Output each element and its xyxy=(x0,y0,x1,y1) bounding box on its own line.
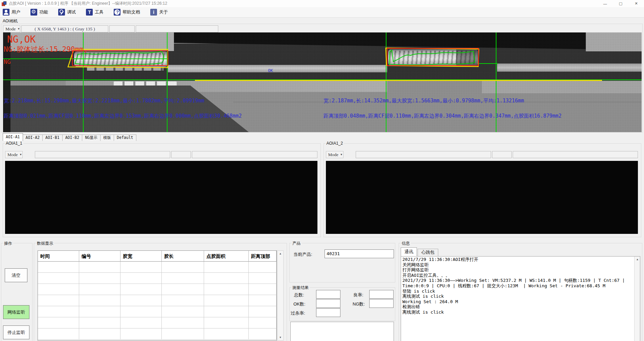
overkill-label: 过杀率: xyxy=(291,310,305,316)
table-cell[interactable] xyxy=(204,328,249,340)
table-cell[interactable] xyxy=(79,328,120,340)
table-cell[interactable] xyxy=(162,317,204,328)
log-line: Working Set : 264.0 M xyxy=(402,299,633,305)
table-row xyxy=(38,262,276,273)
table-cell[interactable] xyxy=(120,284,162,295)
sub-panel-row: AOIA1_1 Mode ▼ AOIA1_2 Mode xyxy=(3,143,641,237)
stop-listen-button[interactable]: 停止监听 xyxy=(3,325,29,339)
clear-button[interactable]: 清空 xyxy=(5,268,27,282)
app-icon xyxy=(2,1,6,6)
table-header-cell[interactable]: 胶长 xyxy=(162,251,204,262)
table-header-cell[interactable]: 距离顶部 xyxy=(249,251,276,262)
table-cell[interactable] xyxy=(79,262,120,273)
communication-log[interactable]: 2021/7/29 11:36:30:AOI程序打开 关闭网络监听 打开网络监听… xyxy=(401,256,640,341)
table-header-cell[interactable]: 时间 xyxy=(38,251,79,262)
table-cell[interactable] xyxy=(79,295,120,306)
scroll-up-icon[interactable]: ▲ xyxy=(635,257,640,262)
camera-mode-dropdown[interactable]: Mode ▼ xyxy=(3,25,20,32)
minimize-button[interactable]: — xyxy=(597,0,613,7)
table-cell[interactable] xyxy=(162,295,204,306)
table-header-cell[interactable]: 点胶面积 xyxy=(204,251,249,262)
table-cell[interactable] xyxy=(120,328,162,340)
table-cell[interactable] xyxy=(120,306,162,317)
sub-panel-mode-dropdown[interactable]: Mode ▼ xyxy=(326,151,343,158)
info-tab[interactable]: 心跳包 xyxy=(418,249,438,256)
menu-function[interactable]: 功能 xyxy=(30,9,48,16)
table-cell[interactable] xyxy=(120,273,162,284)
menu-user[interactable]: 用户 xyxy=(3,9,20,16)
table-cell[interactable] xyxy=(249,284,276,295)
inspection-overlay: NG,OK NG:胶体过长:15.290mm, NG OK 宽:2.218mm,… xyxy=(3,32,642,132)
table-cell[interactable] xyxy=(120,317,162,328)
camera-image-view[interactable]: NG,OK NG:胶体过长:15.290mm, NG OK 宽:2.218mm,… xyxy=(3,32,642,132)
table-header-cell[interactable]: 编号 xyxy=(79,251,120,262)
table-cell[interactable] xyxy=(249,273,276,284)
table-cell[interactable] xyxy=(204,262,249,273)
scroll-up-icon[interactable]: ▲ xyxy=(277,251,283,257)
table-cell[interactable] xyxy=(249,306,276,317)
table-cell[interactable] xyxy=(38,273,79,284)
view-tab[interactable]: AOI-B2 xyxy=(62,135,83,141)
table-cell[interactable] xyxy=(120,262,162,273)
menu-debug[interactable]: 调试 xyxy=(58,9,76,16)
view-tab-label: 模版 xyxy=(103,135,111,140)
table-cell[interactable] xyxy=(204,317,249,328)
table-vertical-scrollbar[interactable]: ▲ ▼ xyxy=(277,250,284,341)
close-button[interactable]: ✕ xyxy=(628,0,644,7)
user-icon xyxy=(3,9,9,16)
table-cell[interactable] xyxy=(249,295,276,306)
table-cell[interactable] xyxy=(249,317,276,328)
table-cell[interactable] xyxy=(162,273,204,284)
sub-panel-field-2[interactable] xyxy=(171,151,191,158)
table-cell[interactable] xyxy=(249,262,276,273)
table-cell[interactable] xyxy=(162,284,204,295)
scroll-down-icon[interactable]: ▼ xyxy=(277,335,283,340)
table-cell[interactable] xyxy=(79,306,120,317)
camera-field-3[interactable] xyxy=(136,25,218,32)
menu-about[interactable]: 关于 xyxy=(150,9,168,16)
ng-count-label: NG数: xyxy=(353,301,365,307)
table-cell[interactable] xyxy=(204,273,249,284)
table-cell[interactable] xyxy=(38,295,79,306)
sub-panel-field-3[interactable] xyxy=(192,151,317,158)
table-cell[interactable] xyxy=(120,295,162,306)
view-tab[interactable]: Default xyxy=(114,135,136,141)
table-cell[interactable] xyxy=(79,273,120,284)
product-group-label: 产品 xyxy=(291,241,302,246)
view-tab[interactable]: AOI-A2 xyxy=(23,135,43,141)
log-line: 开启AOI监控工具。。。 xyxy=(402,273,633,278)
sub-panel-mode-dropdown[interactable]: Mode ▼ xyxy=(5,151,23,158)
network-listen-button[interactable]: 网络监听 xyxy=(3,305,29,319)
table-cell[interactable] xyxy=(162,328,204,340)
view-tab[interactable]: AOI-A1 xyxy=(3,133,23,141)
table-cell[interactable] xyxy=(162,262,204,273)
info-tab[interactable]: 通讯 xyxy=(401,247,417,256)
table-cell[interactable] xyxy=(162,306,204,317)
table-cell[interactable] xyxy=(38,328,79,340)
table-cell[interactable] xyxy=(38,306,79,317)
sub-panel-field-2[interactable] xyxy=(492,151,512,158)
table-cell[interactable] xyxy=(204,284,249,295)
table-cell[interactable] xyxy=(79,284,120,295)
view-tab[interactable]: 模版 xyxy=(100,135,114,141)
sub-panel-field-1[interactable] xyxy=(35,151,170,158)
table-cell[interactable] xyxy=(79,317,120,328)
log-scrollbar[interactable]: ▲ xyxy=(634,257,640,341)
view-tab[interactable]: AOI-B1 xyxy=(42,135,63,141)
menu-tools[interactable]: 工具 xyxy=(86,9,104,16)
table-header-cell[interactable]: 胶宽 xyxy=(120,251,162,262)
menu-help[interactable]: 帮助文档 xyxy=(114,9,140,16)
sub-panel-field-1[interactable] xyxy=(356,151,491,158)
table-cell[interactable] xyxy=(38,284,79,295)
view-tab[interactable]: NG显示 xyxy=(82,135,101,141)
sub-panel-field-3[interactable] xyxy=(513,151,638,158)
maximize-button[interactable]: ▢ xyxy=(613,0,628,7)
table-cell[interactable] xyxy=(249,328,276,340)
table-cell[interactable] xyxy=(204,306,249,317)
right-distances-text: 距离顶部0.048mm,距离CF层0.110mm,距离左边界0.304mm,距离… xyxy=(324,113,561,119)
table-cell[interactable] xyxy=(38,262,79,273)
table-cell[interactable] xyxy=(204,295,249,306)
camera-field-2[interactable] xyxy=(109,25,135,32)
table-cell[interactable] xyxy=(38,317,79,328)
current-product-input[interactable]: 40231 xyxy=(325,249,394,258)
